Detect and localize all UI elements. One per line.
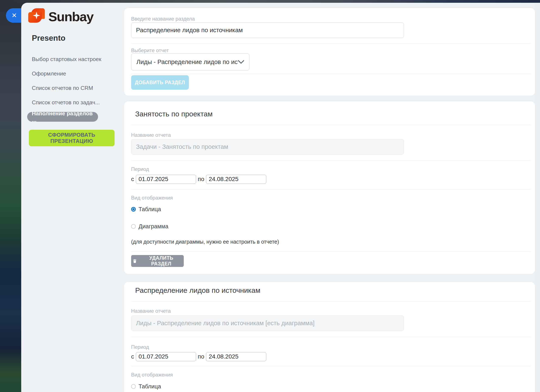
report-select[interactable]: Лиды - Распределение лидов по источ... [131, 54, 250, 70]
radio-unselected-icon[interactable] [131, 224, 136, 229]
report-select-label: Выберите отчет [131, 48, 169, 54]
report-name-label: Название отчета [131, 132, 171, 138]
background-photo-top [0, 0, 540, 3]
sidebar-item-start-settings[interactable]: Выбор стартовых настроек [27, 52, 116, 66]
report-name-input-disabled [131, 315, 404, 331]
chart-availability-note: (для доступности диаграммы, нужно ее нас… [131, 239, 279, 245]
delete-section-button[interactable]: УДАЛИТЬ РАЗДЕЛ [131, 255, 184, 267]
period-to-label: по [198, 353, 204, 360]
divider [131, 161, 531, 161]
section-name-input[interactable] [131, 22, 404, 38]
report-select-value: Лиды - Распределение лидов по источ... [136, 59, 238, 65]
add-section-button[interactable]: ДОБАВИТЬ РАЗДЕЛ [131, 75, 189, 90]
divider [131, 251, 531, 251]
period-to-label: по [198, 176, 204, 182]
period-label: Период [131, 344, 149, 350]
divider [131, 189, 531, 190]
period-from-input[interactable] [136, 175, 196, 184]
report-name-input-disabled [131, 139, 404, 155]
section-card-leads: Распределение лидов по источникам Назван… [124, 282, 535, 392]
section-card-projects: Занятость по проектам Название отчета Пе… [124, 101, 535, 274]
sidebar-item-fill-sections[interactable]: Наполнение разделов ... [27, 112, 98, 122]
period-label: Период [131, 166, 149, 172]
section-title: Распределение лидов по источникам [135, 286, 260, 294]
radio-option-label: Таблица [139, 383, 161, 390]
view-mode-label: Вид отображения [131, 195, 173, 201]
scrollbar-track[interactable] [535, 3, 540, 392]
period-to-input[interactable] [206, 175, 266, 184]
section-name-label: Введите название раздела [131, 16, 195, 22]
period-from-label: с [131, 176, 134, 182]
sidebar-item-task-reports[interactable]: Список отчетов по задач... [27, 95, 116, 110]
close-button[interactable]: ✕ [6, 8, 21, 23]
section-title: Занятость по проектам [135, 110, 213, 118]
brand-wordmark: Sunbay [48, 10, 93, 23]
trash-icon [132, 258, 137, 264]
divider [131, 74, 531, 74]
radio-option-label: Диаграмма [139, 223, 168, 230]
period-to-input[interactable] [206, 352, 266, 361]
period-row: с по [131, 352, 268, 361]
logo-shape [28, 12, 42, 23]
period-row: с по [131, 175, 268, 184]
view-mode-label: Вид отображения [131, 372, 173, 378]
close-icon: ✕ [11, 12, 17, 19]
sidebar-item-design[interactable]: Оформление [27, 66, 116, 81]
radio-unselected-icon[interactable] [131, 384, 136, 389]
radio-option-chart[interactable]: Диаграмма [131, 224, 168, 229]
divider [131, 125, 531, 125]
page-title: Presento [32, 34, 65, 42]
radio-option-label: Таблица [139, 206, 161, 213]
period-from-label: с [131, 353, 134, 360]
delete-section-label: УДАЛИТЬ РАЗДЕЛ [140, 255, 182, 267]
sidebar-item-crm-reports[interactable]: Список отчетов по CRM [27, 81, 116, 95]
sunbay-logo-icon [28, 8, 45, 23]
divider [131, 366, 531, 366]
radio-option-table[interactable]: Таблица [131, 207, 161, 212]
section-composer-card: Введите название раздела Выберите отчет … [124, 8, 535, 96]
radio-option-table[interactable]: Таблица [131, 384, 161, 389]
generate-presentation-button[interactable]: СФОРМИРОВАТЬ ПРЕЗЕНТАЦИЮ [29, 130, 115, 146]
report-name-label: Название отчета [131, 308, 171, 314]
divider [131, 44, 531, 44]
chevron-down-icon [238, 60, 244, 64]
period-from-input[interactable] [136, 352, 196, 361]
sidebar-nav: Выбор стартовых настроек Оформление Спис… [27, 52, 116, 124]
divider [131, 337, 531, 337]
radio-selected-icon[interactable] [131, 207, 136, 212]
